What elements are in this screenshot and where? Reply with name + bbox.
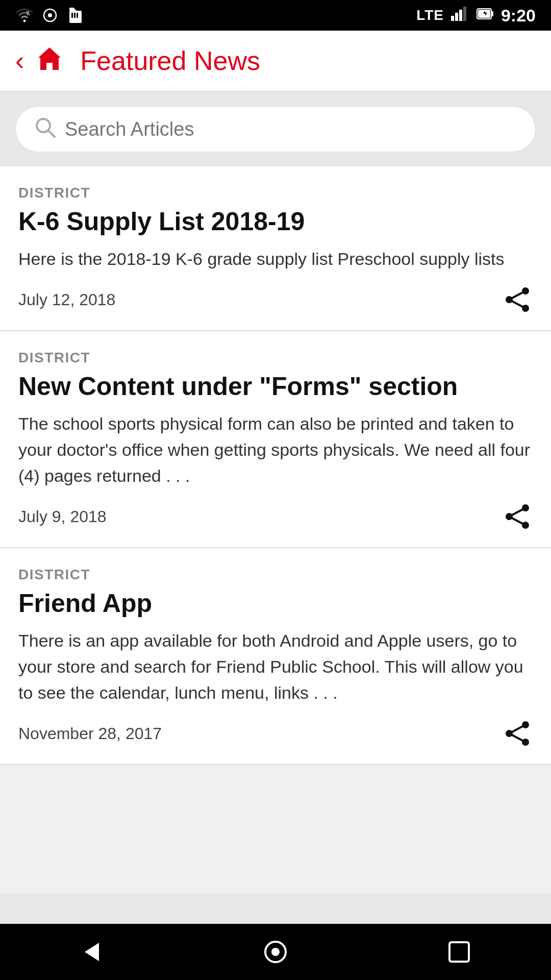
status-bar-right: LTE 9:20 bbox=[416, 6, 536, 26]
share-button[interactable] bbox=[502, 718, 533, 749]
article-date: July 12, 2018 bbox=[18, 290, 115, 309]
search-input[interactable] bbox=[65, 118, 517, 140]
share-button[interactable] bbox=[502, 284, 533, 315]
top-nav: ‹ Featured News bbox=[0, 31, 551, 92]
article-footer: November 28, 2017 bbox=[18, 718, 533, 749]
svg-rect-11 bbox=[463, 7, 466, 21]
article-excerpt: There is an app available for both Andro… bbox=[18, 628, 533, 706]
lte-label: LTE bbox=[416, 7, 444, 23]
share-button[interactable] bbox=[502, 501, 533, 532]
home-button[interactable] bbox=[36, 45, 63, 76]
article-footer: July 12, 2018 bbox=[18, 284, 533, 315]
page-title: Featured News bbox=[80, 45, 260, 76]
svg-point-34 bbox=[271, 948, 280, 956]
svg-rect-10 bbox=[459, 10, 462, 21]
back-button[interactable]: ‹ bbox=[15, 47, 24, 74]
svg-rect-35 bbox=[449, 942, 469, 962]
sd-card-icon bbox=[66, 6, 85, 24]
battery-icon bbox=[477, 6, 494, 25]
svg-marker-32 bbox=[85, 943, 99, 961]
article-title: K-6 Supply List 2018-19 bbox=[18, 206, 533, 237]
svg-line-20 bbox=[509, 291, 525, 300]
search-bar[interactable] bbox=[15, 106, 536, 152]
footer-spacer bbox=[0, 893, 551, 924]
svg-line-21 bbox=[509, 300, 525, 308]
search-area bbox=[0, 92, 551, 166]
svg-marker-4 bbox=[69, 8, 77, 11]
home-nav-button[interactable] bbox=[255, 932, 296, 972]
article-card[interactable]: DISTRICT New Content under "Forms" secti… bbox=[0, 331, 551, 548]
status-bar-left: ? bbox=[15, 6, 85, 24]
svg-line-31 bbox=[509, 733, 525, 742]
article-footer: July 9, 2018 bbox=[18, 501, 533, 532]
svg-rect-13 bbox=[491, 11, 493, 16]
article-title: Friend App bbox=[18, 588, 533, 619]
article-title: New Content under "Forms" section bbox=[18, 371, 533, 402]
svg-rect-6 bbox=[74, 13, 76, 18]
search-icon bbox=[34, 116, 56, 142]
sim-icon bbox=[41, 6, 59, 24]
wifi-icon: ? bbox=[15, 6, 34, 24]
article-card[interactable]: DISTRICT K-6 Supply List 2018-19 Here is… bbox=[0, 166, 551, 331]
svg-rect-5 bbox=[71, 13, 73, 18]
status-bar: ? LTE bbox=[0, 0, 551, 31]
svg-rect-7 bbox=[77, 13, 78, 18]
articles-list: DISTRICT K-6 Supply List 2018-19 Here is… bbox=[0, 166, 551, 893]
article-card[interactable]: DISTRICT Friend App There is an app avai… bbox=[0, 548, 551, 765]
svg-line-26 bbox=[509, 517, 525, 525]
svg-rect-14 bbox=[478, 10, 490, 18]
svg-point-2 bbox=[48, 13, 52, 17]
bottom-nav bbox=[0, 924, 551, 980]
recents-nav-button[interactable] bbox=[439, 932, 480, 972]
article-category: DISTRICT bbox=[18, 567, 533, 583]
article-category: DISTRICT bbox=[18, 350, 533, 366]
article-excerpt: Here is the 2018-19 K-6 grade supply lis… bbox=[18, 246, 533, 272]
svg-rect-8 bbox=[451, 16, 454, 21]
svg-text:?: ? bbox=[26, 11, 29, 16]
back-nav-button[interactable] bbox=[71, 932, 112, 972]
article-category: DISTRICT bbox=[18, 185, 533, 201]
svg-line-30 bbox=[509, 725, 525, 733]
article-excerpt: The school sports physical form can also… bbox=[18, 411, 533, 489]
svg-line-16 bbox=[48, 130, 55, 137]
article-date: November 28, 2017 bbox=[18, 724, 162, 743]
status-time: 9:20 bbox=[501, 6, 536, 26]
article-date: July 9, 2018 bbox=[18, 507, 107, 526]
signal-icon bbox=[451, 6, 469, 25]
svg-rect-9 bbox=[455, 13, 458, 21]
svg-line-25 bbox=[509, 508, 525, 517]
